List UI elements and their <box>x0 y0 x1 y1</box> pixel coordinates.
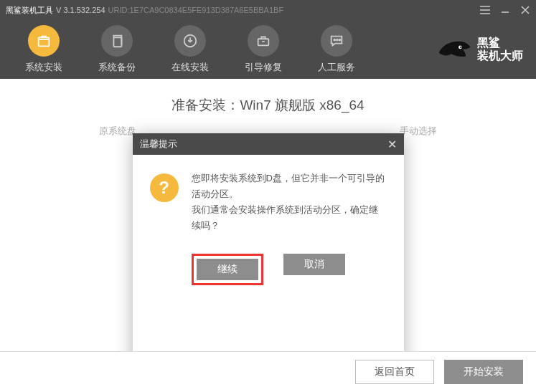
dialog-actions: 继续 取消 <box>133 241 404 304</box>
nav-label: 人工服务 <box>318 61 355 74</box>
content-area: 准备安装：Win7 旗舰版 x86_64 原系统盘 手动选择 温馨提示 ✕ ? … <box>0 96 536 368</box>
nav-boot-repair[interactable]: 引导修复 <box>232 25 294 74</box>
warning-dialog: 温馨提示 ✕ ? 您即将安装系统到D盘，但它并非一个可引导的活动分区。 我们通常… <box>133 133 404 368</box>
dialog-titlebar: 温馨提示 ✕ <box>133 133 404 155</box>
window-controls <box>480 5 530 15</box>
dialog-backdrop: 温馨提示 ✕ ? 您即将安装系统到D盘，但它并非一个可引导的活动分区。 我们通常… <box>0 96 536 368</box>
nav-label: 在线安装 <box>171 61 209 74</box>
nav-online-install[interactable]: 在线安装 <box>159 25 221 74</box>
svg-point-5 <box>337 39 338 41</box>
nav-label: 系统安装 <box>25 61 62 74</box>
nav-support[interactable]: 人工服务 <box>306 25 367 74</box>
dialog-message-line2: 我们通常会安装操作系统到活动分区，确定继续吗？ <box>192 202 387 234</box>
highlight-frame: 继续 <box>192 254 263 285</box>
toolbox-icon <box>248 25 279 57</box>
question-icon: ? <box>150 173 179 202</box>
copy-icon <box>101 25 133 57</box>
brand-line2: 装机大师 <box>477 49 523 62</box>
nav-label: 系统备份 <box>98 61 136 74</box>
shark-icon <box>436 36 471 63</box>
box-icon <box>28 25 60 57</box>
nav-system-backup[interactable]: 系统备份 <box>86 25 148 74</box>
brand: 黑鲨 装机大师 <box>436 36 523 63</box>
start-install-button[interactable]: 开始安装 <box>444 360 523 384</box>
svg-rect-0 <box>39 37 50 46</box>
dialog-body: ? 您即将安装系统到D盘，但它并非一个可引导的活动分区。 我们通常会安装操作系统… <box>133 155 404 241</box>
chat-icon <box>321 25 352 57</box>
brand-line1: 黑鲨 <box>477 37 523 49</box>
minimize-icon[interactable] <box>500 5 510 15</box>
svg-point-6 <box>339 39 341 41</box>
app-urid: URID:1E7CA9C0834E5FE913D387A6E5BBA1BF <box>108 6 284 14</box>
app-version: V 3.1.532.254 <box>56 6 105 14</box>
svg-rect-1 <box>113 37 121 47</box>
dialog-title: 温馨提示 <box>140 138 177 150</box>
cancel-button[interactable]: 取消 <box>283 254 345 275</box>
navbar: 系统安装 系统备份 在线安装 引导修复 人工服务 黑鲨 装机大师 <box>0 20 536 79</box>
menu-icon[interactable] <box>480 5 490 15</box>
nav-system-install[interactable]: 系统安装 <box>13 25 75 74</box>
continue-button[interactable]: 继续 <box>197 259 258 280</box>
dialog-message-line1: 您即将安装系统到D盘，但它并非一个可引导的活动分区。 <box>192 171 387 202</box>
dialog-message: 您即将安装系统到D盘，但它并非一个可引导的活动分区。 我们通常会安装操作系统到活… <box>192 171 387 234</box>
app-name: 黑鲨装机工具 <box>6 5 53 16</box>
titlebar: 黑鲨装机工具 V 3.1.532.254 URID:1E7CA9C0834E5F… <box>0 0 536 20</box>
nav-label: 引导修复 <box>245 61 282 74</box>
svg-point-4 <box>334 39 335 41</box>
download-icon <box>174 25 206 57</box>
close-icon[interactable] <box>520 5 530 15</box>
svg-point-8 <box>460 47 461 48</box>
footer: 返回首页 开始安装 <box>0 351 536 392</box>
back-home-button[interactable]: 返回首页 <box>355 360 434 384</box>
dialog-close-button[interactable]: ✕ <box>387 138 397 151</box>
